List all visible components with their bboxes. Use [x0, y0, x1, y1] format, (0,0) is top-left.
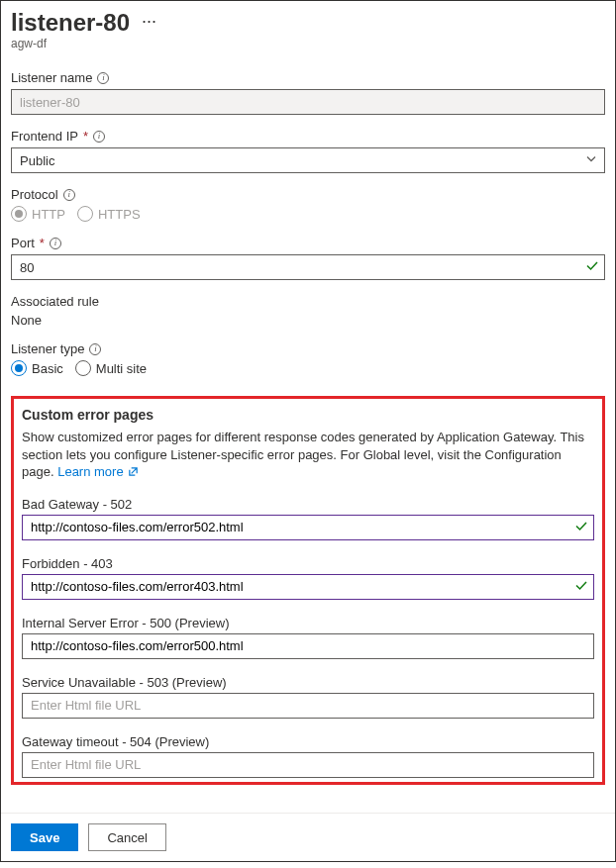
listener-type-basic-radio[interactable]: Basic: [11, 360, 63, 376]
port-input[interactable]: [11, 254, 605, 280]
error-page-url-input[interactable]: [22, 515, 594, 540]
error-page-field: Bad Gateway - 502: [22, 497, 594, 540]
error-page-label: Service Unavailable - 503 (Preview): [22, 675, 594, 690]
info-icon[interactable]: i: [93, 131, 105, 143]
resource-subtitle: agw-df: [11, 37, 605, 50]
protocol-https-radio: HTTPS: [77, 206, 141, 222]
more-icon[interactable]: ···: [142, 12, 156, 30]
error-page-field: Gateway timeout - 504 (Preview): [22, 734, 594, 778]
error-page-label: Bad Gateway - 502: [22, 497, 594, 512]
error-page-url-input[interactable]: [22, 574, 594, 600]
listener-name-label: Listener name: [11, 70, 92, 85]
frontend-ip-label: Frontend IP: [11, 129, 78, 144]
save-button[interactable]: Save: [11, 823, 78, 851]
protocol-label: Protocol: [11, 187, 58, 202]
info-icon[interactable]: i: [89, 343, 101, 355]
info-icon[interactable]: i: [50, 238, 61, 249]
error-page-url-input[interactable]: [22, 633, 594, 659]
associated-rule-value: None: [11, 313, 605, 328]
listener-type-label: Listener type: [11, 341, 84, 356]
info-icon[interactable]: i: [63, 189, 75, 201]
cancel-button[interactable]: Cancel: [88, 823, 165, 851]
info-icon[interactable]: i: [97, 72, 109, 84]
associated-rule-label: Associated rule: [11, 294, 99, 309]
listener-type-multi-radio[interactable]: Multi site: [75, 360, 147, 376]
frontend-ip-select[interactable]: Public: [11, 147, 605, 173]
listener-name-input: [11, 89, 605, 115]
custom-error-pages-section: Custom error pages Show customized error…: [11, 396, 605, 785]
error-page-field: Forbidden - 403: [22, 556, 594, 600]
error-page-url-input[interactable]: [22, 752, 594, 778]
required-marker: *: [40, 236, 45, 250]
port-label: Port: [11, 236, 35, 250]
error-page-label: Forbidden - 403: [22, 556, 594, 571]
protocol-http-radio: HTTP: [11, 206, 65, 222]
error-page-url-input[interactable]: [22, 693, 594, 719]
page-title: listener-80: [11, 9, 130, 37]
error-page-field: Service Unavailable - 503 (Preview): [22, 675, 594, 719]
error-page-label: Gateway timeout - 504 (Preview): [22, 734, 594, 749]
learn-more-link[interactable]: Learn more: [57, 463, 138, 481]
custom-error-heading: Custom error pages: [22, 407, 594, 423]
error-page-field: Internal Server Error - 500 (Preview): [22, 616, 594, 659]
external-link-icon: [128, 466, 139, 477]
required-marker: *: [83, 129, 88, 144]
error-page-label: Internal Server Error - 500 (Preview): [22, 616, 594, 630]
